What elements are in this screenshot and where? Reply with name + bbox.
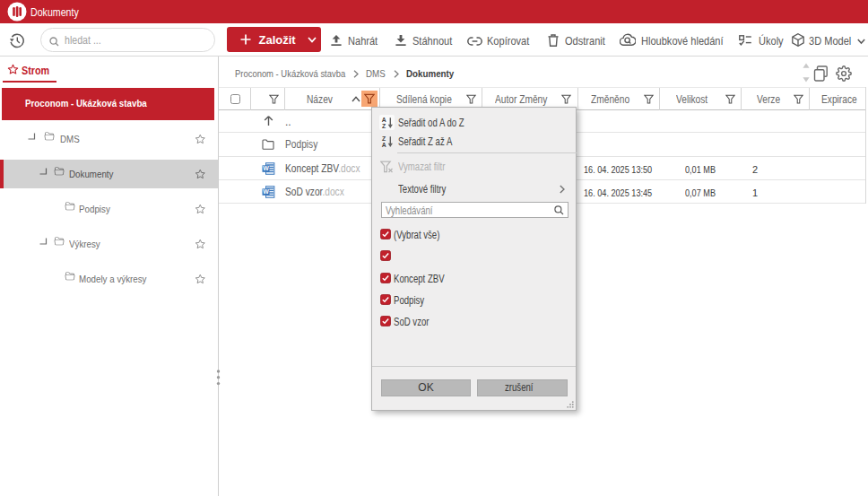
svg-text:W: W — [263, 165, 269, 171]
svg-text:W: W — [263, 188, 269, 195]
svg-text:A: A — [382, 117, 386, 123]
svg-text:Z: Z — [382, 135, 386, 142]
svg-text:Z: Z — [382, 123, 386, 129]
svg-text:A: A — [382, 142, 386, 148]
